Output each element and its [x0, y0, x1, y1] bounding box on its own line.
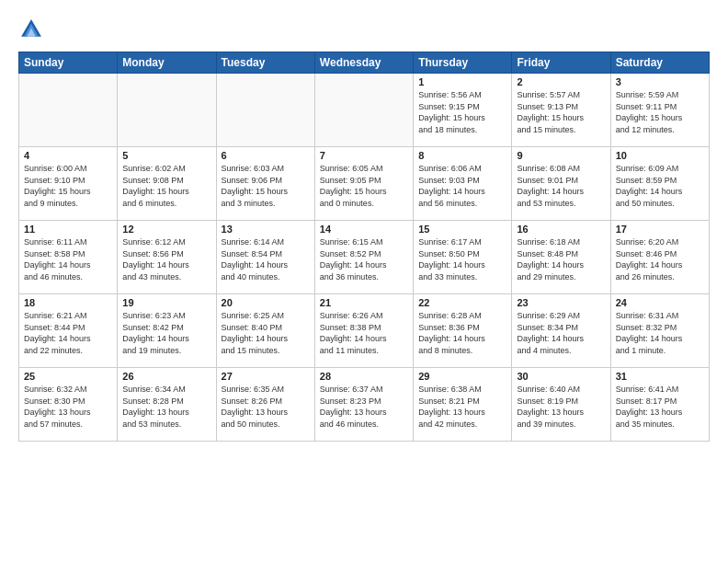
day-number: 23 [517, 297, 605, 308]
calendar-cell: 7Sunrise: 6:05 AM Sunset: 9:05 PM Daylig… [314, 147, 413, 221]
day-number: 11 [24, 224, 112, 235]
day-number: 10 [616, 150, 704, 161]
day-info: Sunrise: 6:25 AM Sunset: 8:40 PM Dayligh… [222, 310, 310, 356]
day-info: Sunrise: 6:02 AM Sunset: 9:08 PM Dayligh… [122, 163, 210, 209]
day-number: 19 [122, 297, 210, 308]
calendar-cell: 10Sunrise: 6:09 AM Sunset: 8:59 PM Dayli… [610, 147, 709, 221]
day-info: Sunrise: 6:23 AM Sunset: 8:42 PM Dayligh… [122, 310, 210, 356]
day-number: 17 [616, 224, 704, 235]
day-info: Sunrise: 5:57 AM Sunset: 9:13 PM Dayligh… [517, 89, 605, 135]
day-number: 27 [222, 371, 310, 382]
day-number: 6 [222, 150, 310, 161]
day-info: Sunrise: 6:08 AM Sunset: 9:01 PM Dayligh… [517, 163, 605, 209]
day-info: Sunrise: 6:21 AM Sunset: 8:44 PM Dayligh… [24, 310, 112, 356]
calendar-cell: 2Sunrise: 5:57 AM Sunset: 9:13 PM Daylig… [512, 74, 610, 147]
calendar-cell: 30Sunrise: 6:40 AM Sunset: 8:19 PM Dayli… [512, 368, 610, 442]
day-info: Sunrise: 6:12 AM Sunset: 8:56 PM Dayligh… [122, 236, 210, 282]
page: SundayMondayTuesdayWednesdayThursdayFrid… [0, 0, 728, 563]
calendar-cell: 31Sunrise: 6:41 AM Sunset: 8:17 PM Dayli… [610, 368, 709, 442]
calendar-cell: 28Sunrise: 6:37 AM Sunset: 8:23 PM Dayli… [314, 368, 413, 442]
day-number: 4 [24, 150, 112, 161]
calendar-week-row: 4Sunrise: 6:00 AM Sunset: 9:10 PM Daylig… [19, 147, 710, 221]
day-info: Sunrise: 6:11 AM Sunset: 8:58 PM Dayligh… [24, 236, 112, 282]
day-info: Sunrise: 6:28 AM Sunset: 8:36 PM Dayligh… [418, 310, 506, 356]
day-info: Sunrise: 5:59 AM Sunset: 9:11 PM Dayligh… [616, 89, 704, 135]
day-number: 20 [222, 297, 310, 308]
day-number: 22 [418, 297, 506, 308]
calendar-cell [314, 74, 413, 147]
calendar-day-header: Friday [512, 52, 610, 74]
day-number: 9 [517, 150, 605, 161]
day-number: 15 [418, 224, 506, 235]
calendar-cell: 9Sunrise: 6:08 AM Sunset: 9:01 PM Daylig… [512, 147, 610, 221]
calendar-cell: 26Sunrise: 6:34 AM Sunset: 8:28 PM Dayli… [118, 368, 216, 442]
calendar-header-row: SundayMondayTuesdayWednesdayThursdayFrid… [19, 52, 710, 74]
day-info: Sunrise: 6:00 AM Sunset: 9:10 PM Dayligh… [24, 163, 112, 209]
calendar-cell: 1Sunrise: 5:56 AM Sunset: 9:15 PM Daylig… [414, 74, 512, 147]
calendar-cell [216, 74, 314, 147]
calendar-cell: 23Sunrise: 6:29 AM Sunset: 8:34 PM Dayli… [512, 294, 610, 368]
calendar-cell: 5Sunrise: 6:02 AM Sunset: 9:08 PM Daylig… [118, 147, 216, 221]
day-number: 29 [418, 371, 506, 382]
day-number: 30 [517, 371, 605, 382]
general-blue-icon [18, 17, 44, 42]
calendar-cell: 24Sunrise: 6:31 AM Sunset: 8:32 PM Dayli… [610, 294, 709, 368]
calendar-cell: 27Sunrise: 6:35 AM Sunset: 8:26 PM Dayli… [216, 368, 314, 442]
calendar-cell: 12Sunrise: 6:12 AM Sunset: 8:56 PM Dayli… [118, 221, 216, 294]
day-info: Sunrise: 6:17 AM Sunset: 8:50 PM Dayligh… [418, 236, 506, 282]
calendar-cell [19, 74, 118, 147]
day-info: Sunrise: 6:37 AM Sunset: 8:23 PM Dayligh… [320, 384, 408, 430]
day-info: Sunrise: 6:26 AM Sunset: 8:38 PM Dayligh… [320, 310, 408, 356]
day-number: 24 [616, 297, 704, 308]
calendar-cell [118, 74, 216, 147]
day-number: 14 [320, 224, 408, 235]
calendar-cell: 29Sunrise: 6:38 AM Sunset: 8:21 PM Dayli… [414, 368, 512, 442]
calendar-cell: 14Sunrise: 6:15 AM Sunset: 8:52 PM Dayli… [314, 221, 413, 294]
day-info: Sunrise: 6:32 AM Sunset: 8:30 PM Dayligh… [24, 384, 112, 430]
day-number: 31 [616, 371, 704, 382]
day-info: Sunrise: 6:05 AM Sunset: 9:05 PM Dayligh… [320, 163, 408, 209]
day-info: Sunrise: 6:40 AM Sunset: 8:19 PM Dayligh… [517, 384, 605, 430]
calendar-cell: 15Sunrise: 6:17 AM Sunset: 8:50 PM Dayli… [414, 221, 512, 294]
calendar-week-row: 18Sunrise: 6:21 AM Sunset: 8:44 PM Dayli… [19, 294, 710, 368]
calendar-cell: 21Sunrise: 6:26 AM Sunset: 8:38 PM Dayli… [314, 294, 413, 368]
calendar-cell: 22Sunrise: 6:28 AM Sunset: 8:36 PM Dayli… [414, 294, 512, 368]
day-info: Sunrise: 6:20 AM Sunset: 8:46 PM Dayligh… [616, 236, 704, 282]
calendar-day-header: Tuesday [216, 52, 314, 74]
calendar-cell: 25Sunrise: 6:32 AM Sunset: 8:30 PM Dayli… [19, 368, 118, 442]
calendar-cell: 13Sunrise: 6:14 AM Sunset: 8:54 PM Dayli… [216, 221, 314, 294]
day-info: Sunrise: 6:31 AM Sunset: 8:32 PM Dayligh… [616, 310, 704, 356]
calendar-cell: 8Sunrise: 6:06 AM Sunset: 9:03 PM Daylig… [414, 147, 512, 221]
calendar-day-header: Saturday [610, 52, 709, 74]
header [18, 17, 710, 42]
day-number: 8 [418, 150, 506, 161]
calendar-cell: 3Sunrise: 5:59 AM Sunset: 9:11 PM Daylig… [610, 74, 709, 147]
day-number: 16 [517, 224, 605, 235]
calendar-day-header: Sunday [19, 52, 118, 74]
day-info: Sunrise: 5:56 AM Sunset: 9:15 PM Dayligh… [418, 89, 506, 135]
calendar-cell: 16Sunrise: 6:18 AM Sunset: 8:48 PM Dayli… [512, 221, 610, 294]
calendar-cell: 4Sunrise: 6:00 AM Sunset: 9:10 PM Daylig… [19, 147, 118, 221]
calendar-cell: 17Sunrise: 6:20 AM Sunset: 8:46 PM Dayli… [610, 221, 709, 294]
calendar-week-row: 1Sunrise: 5:56 AM Sunset: 9:15 PM Daylig… [19, 74, 710, 147]
calendar-cell: 11Sunrise: 6:11 AM Sunset: 8:58 PM Dayli… [19, 221, 118, 294]
day-info: Sunrise: 6:18 AM Sunset: 8:48 PM Dayligh… [517, 236, 605, 282]
day-number: 3 [616, 76, 704, 87]
day-number: 5 [122, 150, 210, 161]
calendar-cell: 18Sunrise: 6:21 AM Sunset: 8:44 PM Dayli… [19, 294, 118, 368]
day-number: 28 [320, 371, 408, 382]
day-number: 7 [320, 150, 408, 161]
day-number: 12 [122, 224, 210, 235]
calendar-cell: 19Sunrise: 6:23 AM Sunset: 8:42 PM Dayli… [118, 294, 216, 368]
day-info: Sunrise: 6:38 AM Sunset: 8:21 PM Dayligh… [418, 384, 506, 430]
calendar-week-row: 11Sunrise: 6:11 AM Sunset: 8:58 PM Dayli… [19, 221, 710, 294]
day-number: 25 [24, 371, 112, 382]
calendar-cell: 6Sunrise: 6:03 AM Sunset: 9:06 PM Daylig… [216, 147, 314, 221]
day-number: 1 [418, 76, 506, 87]
calendar-day-header: Thursday [414, 52, 512, 74]
day-info: Sunrise: 6:34 AM Sunset: 8:28 PM Dayligh… [122, 384, 210, 430]
day-number: 26 [122, 371, 210, 382]
logo [18, 17, 50, 42]
day-info: Sunrise: 6:14 AM Sunset: 8:54 PM Dayligh… [222, 236, 310, 282]
calendar-day-header: Monday [118, 52, 216, 74]
